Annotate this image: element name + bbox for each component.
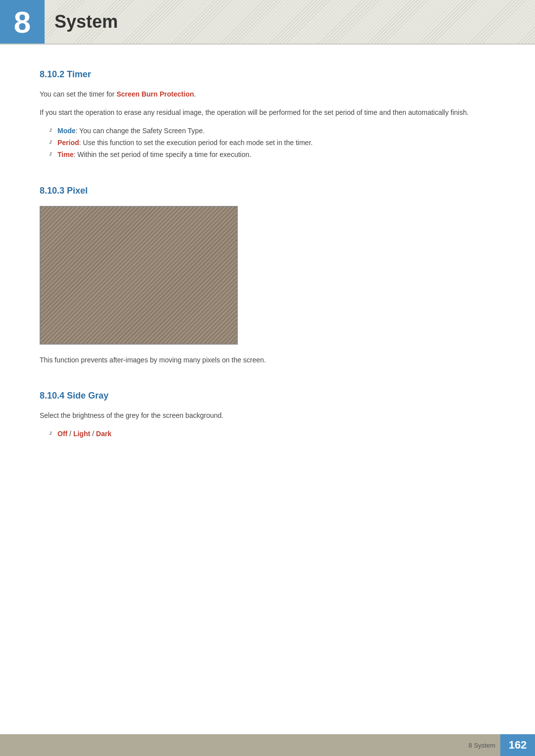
section-8-10-2: 8.10.2 Timer You can set the timer for S… bbox=[40, 69, 495, 161]
main-content: 8.10.2 Timer You can set the timer for S… bbox=[0, 45, 535, 738]
option-off: Off bbox=[57, 430, 67, 438]
footer: 8 System 162 bbox=[0, 734, 535, 756]
option-light: Light bbox=[73, 430, 90, 438]
timer-bullet-time: Time: Within the set period of time spec… bbox=[50, 149, 495, 161]
section-8-10-4-heading: 8.10.4 Side Gray bbox=[40, 391, 495, 401]
slash-1: / bbox=[67, 430, 73, 438]
timer-bullet-period: Period: Use this function to set the exe… bbox=[50, 137, 495, 149]
time-term: Time bbox=[57, 151, 73, 158]
chapter-title: System bbox=[54, 11, 118, 32]
section-8-10-3-heading: 8.10.3 Pixel bbox=[40, 186, 495, 196]
chapter-number-box: 8 bbox=[0, 0, 45, 45]
screen-burn-protection-highlight: Screen Burn Protection bbox=[116, 90, 194, 98]
timer-intro-text: You can set the timer for bbox=[40, 90, 116, 98]
period-text: : Use this function to set the execution… bbox=[79, 139, 313, 147]
timer-bullet-list: Mode: You can change the Safety Screen T… bbox=[40, 125, 495, 160]
footer-page-number: 162 bbox=[500, 734, 535, 756]
side-gray-options: Off / Light / Dark bbox=[50, 428, 495, 440]
timer-bullet-mode: Mode: You can change the Safety Screen T… bbox=[50, 125, 495, 137]
pixel-caption: This function prevents after-images by m… bbox=[40, 354, 495, 366]
time-text: : Within the set period of time specify … bbox=[73, 151, 251, 158]
section-8-10-3: 8.10.3 Pixel This function prevents afte… bbox=[40, 186, 495, 366]
section-8-10-4: 8.10.4 Side Gray Select the brightness o… bbox=[40, 391, 495, 440]
option-dark: Dark bbox=[96, 430, 111, 438]
period-term: Period bbox=[57, 139, 79, 147]
chapter-number: 8 bbox=[14, 7, 31, 38]
footer-label: 8 System bbox=[469, 742, 495, 749]
slash-2: / bbox=[90, 430, 96, 438]
pixel-image bbox=[40, 206, 238, 345]
header-band: 8 System bbox=[0, 0, 535, 45]
timer-intro-end: . bbox=[194, 90, 196, 98]
mode-term: Mode bbox=[57, 127, 76, 135]
mode-text: : You can change the Safety Screen Type. bbox=[76, 127, 205, 135]
side-gray-intro: Select the brightness of the grey for th… bbox=[40, 410, 495, 421]
page-number: 162 bbox=[509, 739, 527, 752]
side-gray-bullet-list: Off / Light / Dark bbox=[40, 428, 495, 440]
section-8-10-2-heading: 8.10.2 Timer bbox=[40, 69, 495, 80]
timer-intro-1: You can set the timer for Screen Burn Pr… bbox=[40, 89, 495, 100]
timer-intro-2: If you start the operation to erase any … bbox=[40, 107, 495, 118]
